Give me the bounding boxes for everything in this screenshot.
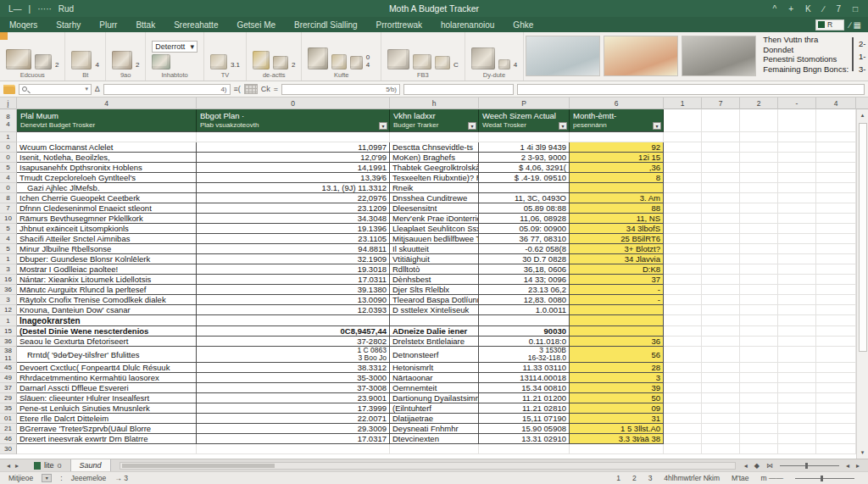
grid-cell[interactable]: [816, 163, 856, 173]
month-end-cell[interactable]: 1 5 3llst.A0: [570, 424, 664, 434]
select-all-corner[interactable]: į: [0, 97, 17, 109]
grid-chip-icon[interactable]: [244, 84, 258, 94]
grid-cell[interactable]: [664, 224, 702, 234]
grid-cell[interactable]: [702, 203, 740, 214]
item-name-cell[interactable]: Dbuper: Guundese Blonsr Kolnlēlerk: [17, 254, 197, 264]
grid-cell[interactable]: [664, 132, 702, 142]
grid-cell[interactable]: [702, 285, 740, 295]
grid-cell[interactable]: [778, 244, 816, 254]
ribbon-icon[interactable]: [308, 47, 328, 70]
grid-cell[interactable]: [664, 347, 702, 363]
grid-cell[interactable]: [664, 315, 702, 326]
category-cell[interactable]: Nārtaoonar: [390, 373, 479, 383]
month-end-cell[interactable]: 31: [570, 414, 664, 424]
sheet-tab-saund[interactable]: Saund: [70, 459, 111, 472]
actual-cell[interactable]: $ .4-19. 09510: [479, 173, 570, 183]
budget-plan-cell[interactable]: 13.0090: [197, 295, 390, 305]
item-name-cell[interactable]: Ichen Cherrie Gueopekt Ceetberk: [17, 193, 197, 203]
column-header[interactable]: 4: [17, 97, 197, 109]
grid-cell[interactable]: [778, 414, 816, 424]
grid-cell[interactable]: [390, 132, 479, 142]
preview-squiggle[interactable]: [604, 36, 678, 76]
grid-cell[interactable]: [816, 383, 856, 393]
ribbon-icon[interactable]: [253, 51, 270, 70]
budget-plan-cell[interactable]: 19.1396: [197, 224, 390, 234]
grid-cell[interactable]: [816, 347, 856, 363]
grid-cell[interactable]: [816, 153, 856, 163]
grid-cell[interactable]: [702, 183, 740, 193]
grid-cell[interactable]: [664, 326, 702, 337]
grid-cell[interactable]: [816, 244, 856, 254]
grid-cell[interactable]: [778, 153, 816, 163]
row-header[interactable]: 0: [0, 142, 17, 153]
grid-cell[interactable]: [664, 275, 702, 285]
grid-cell[interactable]: [740, 163, 778, 173]
grid-cell[interactable]: [702, 163, 740, 173]
grid-cell[interactable]: [778, 142, 816, 153]
filter-dropdown-icon[interactable]: ▾: [653, 122, 661, 130]
budget-plan-cell[interactable]: 29.3009: [197, 424, 390, 434]
grid-cell[interactable]: [702, 109, 740, 132]
grid-cell[interactable]: [702, 347, 740, 363]
category-cell[interactable]: Detnonsteerf: [390, 347, 479, 363]
row-header[interactable]: 35: [0, 403, 17, 414]
preview-city[interactable]: [526, 36, 600, 76]
grid-cell[interactable]: [702, 326, 740, 337]
status-right-item[interactable]: 1: [616, 474, 620, 482]
budget-plan-cell[interactable]: 19.3018: [197, 264, 390, 275]
grid-cell[interactable]: [702, 234, 740, 244]
sheet-nav-icon[interactable]: ◂: [7, 462, 10, 470]
grid-cell[interactable]: [740, 214, 778, 224]
month-end-cell[interactable]: [570, 305, 664, 315]
grid-cell[interactable]: [740, 254, 778, 264]
budget-plan-cell[interactable]: 11,0997: [197, 142, 390, 153]
item-name-cell[interactable]: Minur Jlbuilne Rbellsonse: [17, 244, 197, 254]
row-header[interactable]: 3: [0, 295, 17, 305]
budget-plan-cell[interactable]: 94.8811: [197, 244, 390, 254]
scroll-down-icon[interactable]: ▾: [861, 447, 865, 459]
ribbon-icon[interactable]: [471, 47, 495, 70]
scroll-up-icon[interactable]: ▴: [861, 109, 865, 121]
row-header[interactable]: 4: [0, 234, 17, 244]
grid-cell[interactable]: [740, 315, 778, 326]
grid-cell[interactable]: [664, 434, 702, 444]
grid-cell[interactable]: [664, 109, 702, 132]
row-header[interactable]: 21: [0, 424, 17, 434]
grid-cell[interactable]: [390, 315, 479, 326]
category-cell[interactable]: Dtevcinexten: [390, 434, 479, 444]
actual-cell[interactable]: $ 4,06, 3291(: [479, 163, 570, 173]
item-name-cell[interactable]: Seaou le Gexturta Dfetoriseert: [17, 337, 197, 347]
budget-plan-cell[interactable]: 38.3312: [197, 363, 390, 373]
grid-cell[interactable]: [816, 203, 856, 214]
month-end-cell[interactable]: D:K8: [570, 264, 664, 275]
ribbon-tab[interactable]: Getsei Me: [227, 19, 285, 31]
item-name-cell[interactable]: Shacifi Atteiler Snctel Aimnibas: [17, 234, 197, 244]
grid-cell[interactable]: [479, 315, 570, 326]
grid-cell[interactable]: [778, 264, 816, 275]
grid-cell[interactable]: [197, 315, 390, 326]
actual-cell[interactable]: 1 4i 3l9 9439: [479, 142, 570, 153]
month-end-cell[interactable]: [570, 326, 664, 337]
ribbon-icon[interactable]: [273, 56, 288, 70]
zoom-slider[interactable]: [780, 465, 839, 466]
category-cell[interactable]: Oernnemteit: [390, 383, 479, 393]
window-control-icon[interactable]: ∕: [823, 4, 825, 14]
item-name-cell[interactable]: Nántar: Xieankix Litoumek Lidellotsis: [17, 275, 197, 285]
grid-cell[interactable]: [778, 393, 816, 403]
month-end-cell[interactable]: 12i 15: [570, 153, 664, 163]
grid-cell[interactable]: [740, 173, 778, 183]
grid-cell[interactable]: [778, 326, 816, 337]
actual-cell[interactable]: 14 33; 0096: [479, 275, 570, 285]
grid-cell[interactable]: [740, 305, 778, 315]
month-end-cell[interactable]: 8: [570, 173, 664, 183]
month-end-cell[interactable]: 3: [570, 373, 664, 383]
item-name-cell[interactable]: Drexert ineesvrak exwrtr Drn Blatrre: [17, 434, 197, 444]
actual-cell[interactable]: 11.21 02810: [479, 403, 570, 414]
category-cell[interactable]: Dleesensitnt: [390, 203, 479, 214]
table-header-cell[interactable]: Bbgot Plan ·Plab vsuakzoteovth▾: [197, 109, 390, 132]
month-end-cell[interactable]: 36: [570, 337, 664, 347]
insert-function-glyph[interactable]: ≡(: [234, 85, 241, 93]
highlight-cell[interactable]: [570, 315, 664, 326]
row-header[interactable]: 36: [0, 337, 17, 347]
ribbon-tab[interactable]: Moqers: [0, 19, 47, 31]
